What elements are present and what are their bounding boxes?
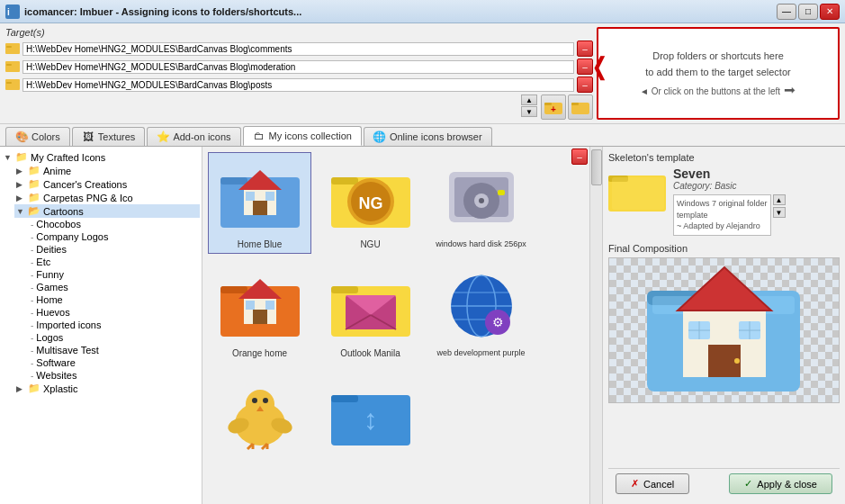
tree-leaf-imported[interactable]: - Imported icons — [27, 319, 200, 331]
drop-zone[interactable]: Drop folders or shortcuts here to add th… — [597, 27, 840, 120]
icon-item-bluearrow[interactable]: ↕ — [319, 370, 422, 462]
tree-leaf-websites[interactable]: - Websites — [27, 369, 200, 382]
grid-scrollbar[interactable] — [589, 147, 602, 504]
skeleton-desc-box: Windows 7 original folder template ~ Ada… — [673, 194, 771, 236]
colors-icon: 🎨 — [15, 130, 28, 143]
svg-rect-3 — [6, 46, 12, 48]
content-area: ▼ 📁 My Crafted Icons ▶ 📁 Anime ▶ 📁 Cance… — [0, 147, 845, 504]
icon-item-chick[interactable] — [208, 370, 311, 462]
icon-img-homeblue — [220, 157, 301, 238]
titlebar: i icomancer: Imbuer - Assigning icons to… — [0, 0, 845, 23]
icon-img-outlook — [330, 266, 411, 346]
tree-leaf-huevos[interactable]: - Huevos — [27, 306, 200, 319]
expand-cancers[interactable]: ▶ — [16, 180, 25, 189]
svg-rect-63 — [331, 395, 358, 402]
browse-folder-button[interactable] — [568, 94, 593, 120]
tree-root-expand[interactable]: ▼ — [4, 153, 13, 162]
tree-item-xplastic[interactable]: ▶ 📁 Xplastic — [14, 382, 200, 395]
folder-cartoons: 📂 — [28, 205, 40, 217]
tree-leaf-games[interactable]: - Games — [27, 281, 200, 293]
scroll-up-btn[interactable]: ▲ — [521, 94, 537, 105]
icon-img-orangehome — [220, 266, 301, 346]
expand-anime[interactable]: ▶ — [16, 166, 25, 176]
svg-rect-7 — [6, 82, 12, 84]
icon-item-ngu[interactable]: NG NGU — [319, 152, 422, 254]
svg-point-29 — [479, 198, 484, 203]
tab-addon[interactable]: ⭐ Add-on icons — [147, 127, 240, 146]
tree-root-item[interactable]: ▼ 📁 My Crafted Icons — [2, 150, 200, 164]
folder-icon-2 — [5, 61, 20, 72]
apply-close-button[interactable]: ✓ Apply & close — [729, 473, 832, 494]
tree-item-carpetas[interactable]: ▶ 📁 Carpetas PNG & Ico — [14, 191, 200, 204]
skeleton-info: Seven Category: Basic Windows 7 original… — [673, 166, 840, 236]
tab-myicons[interactable]: 🗀 My icons collection — [243, 126, 362, 146]
tree-item-anime[interactable]: ▶ 📁 Anime — [14, 164, 200, 177]
red-arrow: ❬ — [589, 55, 609, 78]
tree-root-label: My Crafted Icons — [31, 152, 105, 163]
add-folder-button[interactable]: + — [541, 94, 566, 120]
icon-item-orangehome[interactable]: Orange home — [208, 261, 311, 363]
icon-img-webdev: ⚙ — [441, 266, 522, 346]
label-anime: Anime — [43, 166, 71, 176]
tab-online[interactable]: 🌐 Online icons browser — [364, 127, 492, 146]
tree-item-cartoons[interactable]: ▼ 📂 Cartoons — [14, 204, 200, 218]
target-label: Target(s) — [5, 27, 593, 38]
tree-leaf-home[interactable]: - Home — [27, 293, 200, 306]
icon-item-outlook[interactable]: Outlook Manila — [319, 261, 422, 363]
svg-text:⚙: ⚙ — [491, 315, 503, 329]
label-xplastic: Xplastic — [43, 383, 78, 394]
minimize-button[interactable]: — — [777, 4, 796, 20]
tree-leaf-multisave[interactable]: - Multisave Test — [27, 344, 200, 356]
svg-text:NG: NG — [358, 194, 382, 212]
icon-label-ngu: NGU — [360, 239, 380, 249]
icon-item-harddisk[interactable]: windows hard disk 256px — [429, 152, 533, 254]
folder-carpetas: 📁 — [28, 192, 40, 203]
desc-scroll-up[interactable]: ▲ — [773, 194, 786, 205]
desc-scroll-down[interactable]: ▼ — [773, 207, 786, 218]
tree-leaf-deities[interactable]: - Deities — [27, 243, 200, 256]
tree-leaf-logos[interactable]: - Logos — [27, 331, 200, 344]
tree-leaf-company[interactable]: - Company Logos — [27, 230, 200, 243]
tree-leaf-chocobos[interactable]: - Chocobos — [27, 218, 200, 230]
icon-img-harddisk — [441, 157, 522, 238]
window-title: icomancer: Imbuer - Assigning icons to f… — [24, 6, 777, 17]
tree-leaf-etc[interactable]: - Etc — [27, 256, 200, 268]
grid-scroll-thumb[interactable] — [591, 149, 602, 185]
root-folder-icon: 📁 — [15, 151, 28, 163]
expand-xplastic[interactable]: ▶ — [16, 384, 25, 393]
tree-leaf-funny[interactable]: - Funny — [27, 268, 200, 281]
svg-rect-14 — [220, 177, 247, 184]
target-list: Target(s) H:\WebDev Home\HNG2_MODULES\Ba… — [5, 27, 593, 120]
svg-rect-35 — [253, 310, 267, 324]
tree-item-cancers[interactable]: ▶ 📁 Cancer's Creations — [14, 177, 200, 191]
folder-cancers: 📁 — [28, 178, 40, 190]
expand-cartoons[interactable]: ▼ — [16, 207, 25, 216]
icon-label-outlook: Outlook Manila — [340, 348, 400, 358]
expand-carpetas[interactable]: ▶ — [16, 194, 25, 202]
folder-xplastic: 📁 — [28, 382, 40, 394]
maximize-button[interactable]: □ — [798, 4, 818, 20]
icon-item-webdev[interactable]: ⚙ web development purple — [429, 261, 533, 363]
svg-point-54 — [263, 398, 268, 403]
label-cartoons: Cartoons — [43, 206, 84, 217]
svg-rect-36 — [246, 301, 255, 310]
tree-leaf-software[interactable]: - Software — [27, 356, 200, 369]
icon-img-ngu: NG — [330, 157, 411, 238]
tab-colors[interactable]: 🎨 Colors — [5, 127, 70, 146]
svg-point-75 — [734, 358, 740, 364]
svg-text:+: + — [551, 104, 556, 114]
skeleton-label: Skeleton's template — [608, 152, 840, 163]
grid-remove-button[interactable]: – — [571, 148, 588, 165]
tab-textures[interactable]: 🖼 Textures — [72, 127, 146, 146]
or-click-text: ◄ Or click on the buttons at the left ⮕ — [640, 84, 796, 98]
textures-icon: 🖼 — [82, 130, 94, 143]
app-icon: i — [5, 4, 20, 19]
target-row-3: H:\WebDev Home\HNG2_MODULES\BardCanvas B… — [5, 76, 593, 93]
folder-icon-3 — [5, 79, 20, 90]
svg-rect-12 — [571, 103, 579, 105]
scroll-down-btn[interactable]: ▼ — [521, 106, 537, 117]
close-button[interactable]: ✕ — [820, 4, 840, 20]
icon-item-homeblue[interactable]: Home Blue — [208, 152, 311, 254]
svg-rect-19 — [265, 192, 274, 201]
cancel-button[interactable]: ✗ Cancel — [616, 473, 689, 494]
